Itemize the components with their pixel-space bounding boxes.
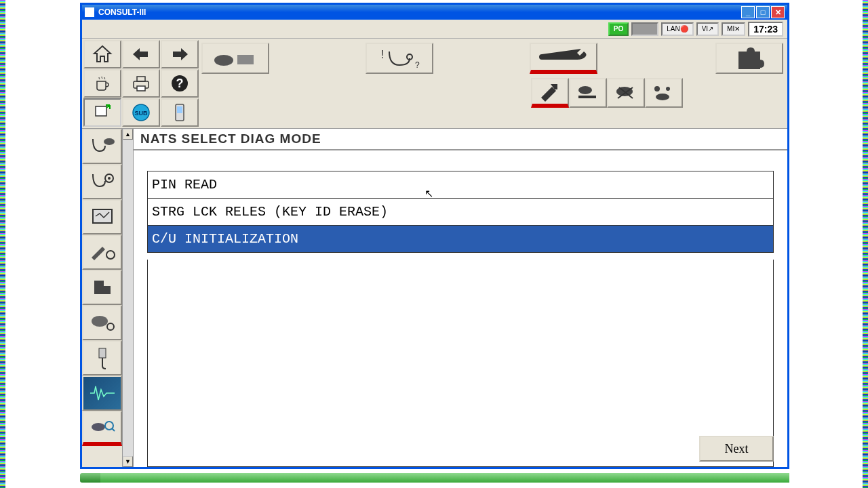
device-icon bbox=[174, 103, 186, 122]
svg-point-19 bbox=[656, 94, 669, 100]
clock: 17:23 bbox=[748, 22, 783, 37]
svg-point-21 bbox=[105, 174, 113, 182]
home-icon bbox=[92, 45, 113, 64]
content-area: ▲ ▼ NATS SELECT DIAG MODE PIN READ STRG … bbox=[82, 129, 787, 467]
device-button[interactable] bbox=[161, 98, 199, 127]
svg-point-13 bbox=[407, 54, 412, 60]
car-tools-icon bbox=[614, 83, 638, 102]
app-icon bbox=[85, 7, 94, 17]
car-wrench-icon bbox=[576, 83, 600, 102]
sb-diag1[interactable] bbox=[82, 129, 122, 164]
svg-text:?: ? bbox=[415, 60, 420, 70]
svg-rect-8 bbox=[176, 104, 184, 121]
taskbar[interactable] bbox=[80, 473, 789, 483]
steth-gear-icon bbox=[89, 170, 116, 193]
svg-point-22 bbox=[108, 177, 111, 180]
svg-point-24 bbox=[106, 251, 115, 259]
status-vi: VI↗ bbox=[696, 22, 719, 36]
next-button[interactable]: Next bbox=[699, 436, 774, 462]
subtab-tool1[interactable] bbox=[531, 78, 569, 108]
window-title: CONSULT-III bbox=[98, 7, 741, 17]
sub-button[interactable]: SUB bbox=[122, 98, 160, 127]
sb-diag2[interactable] bbox=[82, 164, 122, 199]
maximize-button[interactable]: □ bbox=[756, 6, 770, 18]
monitor-icon bbox=[90, 207, 115, 227]
minimize-button[interactable]: _ bbox=[741, 6, 755, 18]
sidebar-scrollbar[interactable]: ▲ ▼ bbox=[122, 129, 133, 467]
status-po: PO bbox=[608, 22, 629, 36]
svg-rect-0 bbox=[134, 81, 149, 88]
svg-point-16 bbox=[616, 87, 633, 96]
decorative-noise-right bbox=[863, 0, 868, 488]
coffee-button[interactable] bbox=[83, 69, 121, 98]
svg-rect-1 bbox=[137, 77, 145, 81]
svg-rect-2 bbox=[137, 86, 145, 91]
search-car-icon bbox=[89, 418, 116, 436]
screen-icon bbox=[94, 104, 111, 121]
wrench-icon bbox=[536, 49, 591, 65]
sb-waveform[interactable] bbox=[82, 375, 122, 411]
arrow-right-icon bbox=[170, 47, 189, 62]
svg-point-3 bbox=[172, 75, 188, 92]
svg-point-28 bbox=[92, 423, 105, 431]
svg-point-18 bbox=[666, 87, 670, 91]
list-item[interactable]: C/U INITIALIZATION bbox=[148, 226, 773, 252]
page-title: NATS SELECT DIAG MODE bbox=[134, 129, 787, 150]
svg-point-26 bbox=[107, 323, 114, 330]
svg-point-6 bbox=[133, 104, 149, 121]
left-sidebar: ▲ ▼ bbox=[82, 129, 134, 467]
main-window: CONSULT-III _ □ ✕ PO LAN🔴 VI↗ MI✕ 17:23 bbox=[80, 3, 789, 469]
close-button[interactable]: ✕ bbox=[771, 6, 785, 18]
scroll-up-button[interactable]: ▲ bbox=[123, 129, 133, 140]
svg-rect-27 bbox=[99, 348, 106, 358]
tab-puzzle[interactable] bbox=[715, 43, 783, 74]
sb-monitor[interactable] bbox=[82, 199, 122, 235]
svg-point-20 bbox=[104, 138, 115, 145]
steth-car-icon bbox=[89, 135, 116, 158]
svg-text:SUB: SUB bbox=[134, 110, 148, 117]
sb-search[interactable] bbox=[82, 411, 122, 446]
status-lan: LAN🔴 bbox=[661, 22, 693, 36]
print-button[interactable] bbox=[122, 69, 160, 98]
pen-chip-icon bbox=[89, 241, 116, 263]
svg-point-29 bbox=[105, 422, 113, 430]
sub-icon: SUB bbox=[132, 103, 151, 122]
svg-rect-5 bbox=[96, 106, 106, 116]
svg-text:?: ? bbox=[176, 77, 184, 90]
tab-vehicle[interactable] bbox=[201, 43, 269, 74]
list-item[interactable]: STRG LCK RELES (KEY ID ERASE) bbox=[148, 199, 773, 226]
parts-icon bbox=[652, 83, 676, 102]
forward-button[interactable] bbox=[161, 40, 199, 68]
help-button[interactable]: ? bbox=[161, 69, 199, 98]
home-button[interactable] bbox=[83, 40, 121, 68]
titlebar: CONSULT-III _ □ ✕ bbox=[82, 5, 787, 20]
status-bar: PO LAN🔴 VI↗ MI✕ 17:23 bbox=[82, 20, 787, 39]
subtab-tool2[interactable] bbox=[569, 78, 607, 108]
taskbar-body bbox=[100, 473, 789, 483]
scroll-down-button[interactable]: ▼ bbox=[123, 456, 133, 467]
printer-icon bbox=[131, 75, 151, 92]
diag-mode-list: PIN READ STRG LCK RELES (KEY ID ERASE) C… bbox=[147, 171, 774, 253]
svg-point-10 bbox=[214, 55, 233, 66]
help-icon: ? bbox=[170, 74, 189, 93]
tab-diagnostic[interactable]: !? bbox=[366, 43, 433, 74]
status-blank bbox=[631, 22, 658, 36]
sb-probe[interactable] bbox=[82, 340, 122, 375]
probe-icon bbox=[92, 346, 113, 370]
svg-rect-23 bbox=[93, 209, 112, 223]
svg-point-15 bbox=[578, 86, 592, 94]
list-item[interactable]: PIN READ bbox=[148, 171, 773, 199]
coffee-icon bbox=[94, 75, 111, 92]
svg-rect-11 bbox=[237, 55, 254, 64]
back-button[interactable] bbox=[122, 40, 160, 68]
subtab-tool3[interactable] bbox=[607, 78, 645, 108]
sb-ecu[interactable] bbox=[82, 305, 122, 340]
arrow-left-icon bbox=[132, 47, 151, 62]
block-icon bbox=[90, 277, 115, 298]
subtab-tool4[interactable] bbox=[645, 78, 683, 108]
start-button[interactable] bbox=[80, 473, 100, 483]
screen-button[interactable] bbox=[83, 98, 121, 127]
sb-write[interactable] bbox=[82, 235, 122, 270]
tab-repair[interactable] bbox=[530, 43, 597, 74]
sb-shape[interactable] bbox=[82, 270, 122, 305]
